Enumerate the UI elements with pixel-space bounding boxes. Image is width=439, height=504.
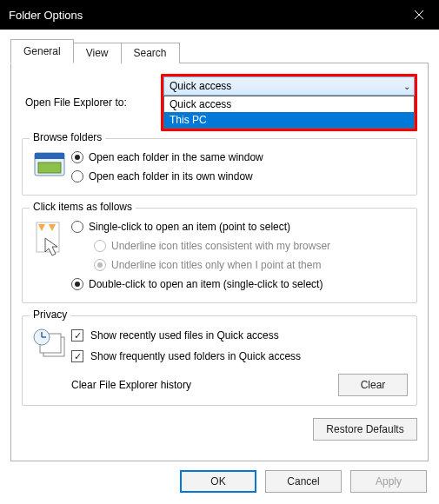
radio-icon (71, 221, 83, 233)
clear-button[interactable]: Clear (338, 374, 408, 396)
radio-same-window[interactable]: Open each folder in the same window (71, 148, 408, 167)
browse-folders-title: Browse folders (30, 131, 105, 143)
radio-same-window-label: Open each folder in the same window (89, 151, 263, 163)
checkbox-frequent-folders-label: Show frequently used folders in Quick ac… (90, 350, 301, 362)
radio-own-window-label: Open each folder in its own window (89, 170, 253, 182)
dropdown-item-this-pc[interactable]: This PC (164, 112, 414, 128)
radio-double-click-label: Double-click to open an item (single-cli… (89, 278, 323, 290)
open-explorer-combo-highlight: Quick access ⌄ Quick access This PC (161, 74, 417, 131)
dropdown-item-quick-access[interactable]: Quick access (164, 96, 414, 112)
privacy-title: Privacy (30, 308, 70, 321)
browse-folders-group: Browse folders Open each folder in the s… (22, 138, 417, 196)
clear-history-label: Clear File Explorer history (71, 379, 338, 391)
radio-underline-browser: Underline icon titles consistent with my… (71, 236, 408, 255)
radio-icon (94, 240, 106, 252)
checkbox-icon: ✓ (71, 350, 83, 362)
radio-underline-browser-label: Underline icon titles consistent with my… (111, 240, 330, 252)
radio-single-click-label: Single-click to open an item (point to s… (89, 221, 290, 233)
open-explorer-dropdown: Quick access This PC (163, 96, 415, 129)
dialog-buttons: OK Cancel Apply (0, 461, 439, 493)
radio-icon (94, 259, 106, 271)
radio-icon (71, 278, 83, 290)
radio-underline-point-label: Underline icon titles only when I point … (111, 259, 321, 271)
click-items-group: Click items as follows Single-click to o… (22, 208, 417, 303)
ok-button[interactable]: OK (180, 470, 256, 493)
browse-folders-icon (31, 148, 71, 177)
checkbox-recent-files-label: Show recently used files in Quick access (90, 329, 279, 342)
svg-rect-4 (38, 162, 61, 173)
click-items-icon (31, 217, 71, 257)
checkbox-frequent-folders[interactable]: ✓ Show frequently used folders in Quick … (71, 346, 408, 367)
radio-double-click[interactable]: Double-click to open an item (single-cli… (71, 275, 408, 294)
open-explorer-selected: Quick access (170, 80, 231, 92)
open-explorer-label: Open File Explorer to: (22, 96, 161, 109)
window-title: Folder Options (9, 9, 83, 22)
radio-single-click[interactable]: Single-click to open an item (point to s… (71, 217, 408, 236)
radio-underline-point: Underline icon titles only when I point … (71, 255, 408, 275)
checkbox-icon: ✓ (71, 329, 83, 342)
general-panel: Open File Explorer to: Quick access ⌄ Qu… (10, 63, 429, 461)
tab-view[interactable]: View (73, 43, 122, 63)
cancel-button[interactable]: Cancel (265, 470, 342, 493)
close-icon (414, 10, 424, 20)
radio-icon (71, 151, 83, 163)
checkbox-recent-files[interactable]: ✓ Show recently used files in Quick acce… (71, 325, 408, 346)
click-items-title: Click items as follows (30, 201, 136, 213)
close-button[interactable] (399, 0, 439, 30)
privacy-group: Privacy ✓ Show recently used files in Qu… (22, 315, 417, 406)
titlebar: Folder Options (0, 0, 439, 30)
apply-button[interactable]: Apply (350, 470, 427, 493)
chevron-down-icon: ⌄ (403, 82, 410, 91)
radio-own-window[interactable]: Open each folder in its own window (71, 167, 408, 186)
privacy-icon (31, 325, 71, 360)
radio-icon (71, 170, 83, 182)
svg-rect-3 (35, 153, 64, 159)
tab-strip: General View Search (10, 38, 429, 63)
open-explorer-combo[interactable]: Quick access ⌄ (163, 76, 415, 96)
tab-search[interactable]: Search (121, 43, 180, 63)
tab-general[interactable]: General (10, 39, 74, 63)
restore-defaults-button[interactable]: Restore Defaults (313, 418, 417, 441)
